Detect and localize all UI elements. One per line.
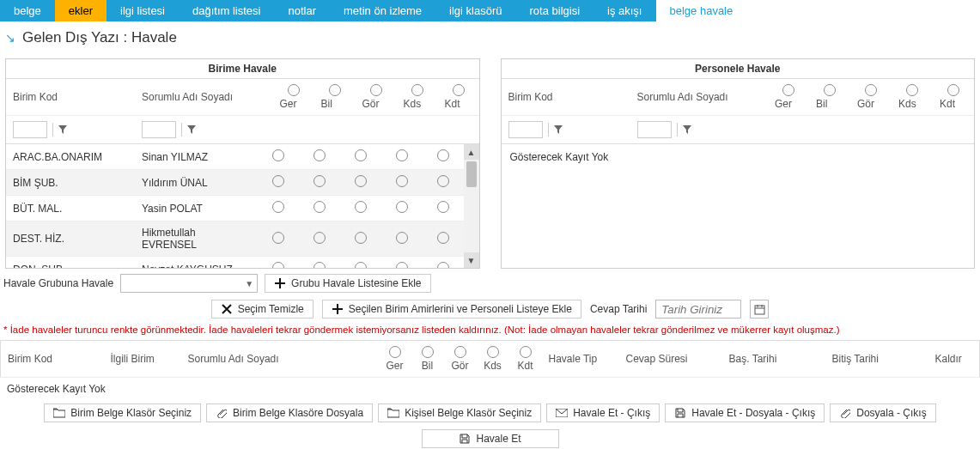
col-birim-kod[interactable]: Birim Kod (6, 79, 135, 116)
filter-icon[interactable] (548, 123, 559, 137)
radio-kdt[interactable] (437, 232, 449, 244)
tab-ekler[interactable]: ekler (55, 0, 107, 21)
radio-kds[interactable] (396, 201, 408, 213)
table-row[interactable]: BİM ŞUB.Yıldırım ÜNAL (6, 170, 464, 196)
page-title: Gelen Dış Yazı : Havale (22, 29, 177, 46)
radio-bil[interactable] (313, 149, 326, 161)
radio-gor[interactable] (355, 262, 367, 268)
bcol-birim-kod[interactable]: Birim Kod (1, 341, 104, 378)
tab-notlar[interactable]: notlar (275, 0, 331, 21)
havale-grubu-select[interactable]: ▼ (120, 274, 258, 293)
col-ger[interactable]: Ger (768, 79, 809, 116)
tab-belge-havale[interactable]: belge havale (656, 0, 747, 21)
radio-ger[interactable] (272, 149, 284, 161)
radio-kds[interactable] (396, 149, 408, 161)
birim-klasore-dosyala-button[interactable]: Birim Belge Klasöre Dosyala (206, 403, 373, 422)
bcol-bas-tarihi[interactable]: Baş. Tarihi (722, 341, 825, 378)
filter-birim-kod-input[interactable] (13, 121, 47, 138)
filter-icon[interactable] (677, 123, 688, 137)
tab-rota-bilgisi[interactable]: rota bilgisi (516, 0, 594, 21)
cell-sorumlu: Nevzat KAYGUSUZ (135, 257, 258, 269)
cell-sorumlu: Yasin POLAT (135, 196, 258, 221)
havale-et-dosyala-cikis-button[interactable]: Havale Et - Dosyala - Çıkış (665, 403, 825, 422)
tab-ilgi-listesi[interactable]: ilgi listesi (107, 0, 179, 21)
radio-kdt[interactable] (437, 149, 449, 161)
filter-icon[interactable] (52, 123, 64, 137)
table-row[interactable]: ARAC.BA.ONARIMSinan YILMAZ (6, 144, 464, 170)
col-gor[interactable]: Gör (356, 79, 397, 116)
radio-kdt[interactable] (437, 201, 449, 213)
radio-gor[interactable] (355, 232, 367, 244)
tab-metin-on-izleme[interactable]: metin ön izleme (330, 0, 435, 21)
bcol-bil[interactable]: Bil (411, 341, 444, 378)
filter-birim-kod-input[interactable] (508, 121, 543, 138)
col-sorumlu[interactable]: Sorumlu Adı Soyadı (630, 79, 769, 116)
radio-kdt[interactable] (437, 175, 449, 187)
filter-sorumlu-input[interactable] (637, 121, 672, 138)
grubu-ekle-button[interactable]: Grubu Havale Listesine Ekle (265, 274, 430, 293)
dosyala-cikis-button[interactable]: Dosyala - Çıkış (830, 403, 935, 422)
filter-icon[interactable] (181, 123, 192, 137)
scroll-thumb[interactable] (466, 161, 477, 187)
radio-ger[interactable] (272, 201, 284, 213)
col-bil[interactable]: Bil (809, 79, 850, 116)
bcol-ger[interactable]: Ger (379, 341, 411, 378)
col-kdt[interactable]: Kdt (438, 79, 479, 116)
scroll-down-icon[interactable]: ▼ (464, 252, 479, 268)
radio-kds[interactable] (396, 232, 408, 244)
col-kds[interactable]: Kds (892, 79, 933, 116)
scrollbar[interactable]: ▲ ▼ (464, 144, 479, 268)
bcol-bitis-tarihi[interactable]: Bitiş Tarihi (825, 341, 928, 378)
havale-et-button[interactable]: Havale Et (422, 429, 559, 448)
radio-kds[interactable] (396, 262, 408, 268)
col-kdt[interactable]: Kdt (933, 79, 974, 116)
calendar-icon[interactable] (750, 300, 769, 319)
bcol-cevap-suresi[interactable]: Cevap Süresi (619, 341, 722, 378)
radio-gor[interactable] (355, 175, 367, 187)
bcol-kdt[interactable]: Kdt (509, 341, 542, 378)
radio-kds[interactable] (396, 175, 408, 187)
col-birim-kod[interactable]: Birim Kod (502, 79, 630, 116)
bcol-kaldir[interactable]: Kaldır (928, 341, 980, 378)
bcol-sorumlu[interactable]: Sorumlu Adı Soyadı (181, 341, 379, 378)
radio-bil[interactable] (313, 175, 326, 187)
bcol-havale-tip[interactable]: Havale Tip (542, 341, 619, 378)
tab-is-akisi[interactable]: iş akışı (593, 0, 655, 21)
col-ger[interactable]: Ger (273, 79, 314, 116)
radio-gor[interactable] (355, 149, 367, 161)
radio-gor[interactable] (355, 201, 367, 213)
radio-ger[interactable] (272, 262, 284, 268)
expand-arrow-icon[interactable]: ↘ (5, 31, 15, 45)
radio-ger[interactable] (272, 175, 284, 187)
table-row[interactable]: BÜT. MAL.Yasin POLAT (6, 196, 464, 221)
bcol-ilgili-birim[interactable]: İlgili Birim (104, 341, 181, 378)
radio-bil[interactable] (313, 201, 326, 213)
birim-klasor-sec-button[interactable]: Birim Belge Klasör Seçiniz (44, 403, 201, 422)
bcol-kds[interactable]: Kds (477, 341, 509, 378)
radio-ger[interactable] (272, 232, 284, 244)
bcol-gor[interactable]: Gör (444, 341, 477, 378)
col-bil[interactable]: Bil (314, 79, 356, 116)
scroll-up-icon[interactable]: ▲ (464, 144, 479, 160)
col-gor[interactable]: Gör (850, 79, 892, 116)
table-row[interactable]: DON. ŞUB.Nevzat KAYGUSUZ (6, 257, 464, 269)
tab-belge[interactable]: belge (0, 0, 55, 21)
tab-dagitim-listesi[interactable]: dağıtım listesi (179, 0, 274, 21)
secilen-amir-ekle-button[interactable]: Seçilen Birim Amirlerini ve Personeli Li… (322, 300, 581, 319)
top-tabs: belge ekler ilgi listesi dağıtım listesi… (0, 0, 980, 22)
col-kds[interactable]: Kds (397, 79, 438, 116)
secim-temizle-button[interactable]: Seçim Temizle (211, 300, 313, 319)
havale-et-cikis-button[interactable]: Havale Et - Çıkış (546, 403, 660, 422)
tab-ilgi-klasoru[interactable]: ilgi klasörü (435, 0, 515, 21)
radio-bil[interactable] (313, 262, 326, 268)
kisisel-klasor-sec-button[interactable]: Kişisel Belge Klasör Seçiniz (378, 403, 541, 422)
table-row[interactable]: DEST. HİZ.Hikmetullah EVRENSEL (6, 221, 464, 257)
cevap-tarihi-input[interactable] (655, 300, 741, 319)
radio-bil[interactable] (313, 232, 326, 244)
folder-icon (387, 407, 399, 419)
filter-sorumlu-input[interactable] (142, 121, 176, 138)
col-sorumlu[interactable]: Sorumlu Adı Soyadı (135, 79, 273, 116)
radio-kdt[interactable] (437, 262, 449, 268)
attachment-icon (216, 407, 228, 419)
cell-birim-kod: ARAC.BA.ONARIM (6, 144, 135, 170)
